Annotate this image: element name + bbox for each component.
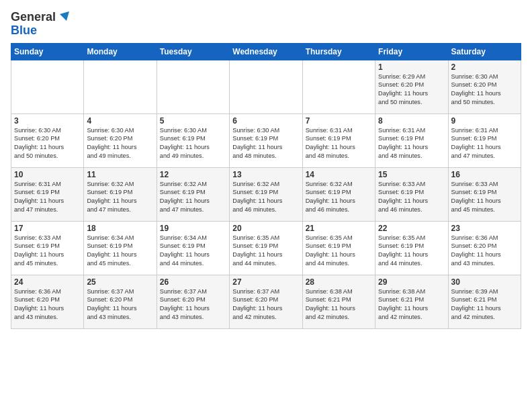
calendar-day-7: 7Sunrise: 6:31 AM Sunset: 6:19 PM Daylig… <box>302 113 375 167</box>
calendar-empty-cell <box>157 60 229 113</box>
day-info: Sunrise: 6:31 AM Sunset: 6:19 PM Dayligh… <box>378 126 445 161</box>
day-info: Sunrise: 6:29 AM Sunset: 6:20 PM Dayligh… <box>378 73 445 107</box>
day-info: Sunrise: 6:38 AM Sunset: 6:21 PM Dayligh… <box>378 287 445 322</box>
weekday-header-wednesday: Wednesday <box>230 43 302 60</box>
day-number: 2 <box>451 62 518 72</box>
day-info: Sunrise: 6:30 AM Sunset: 6:20 PM Dayligh… <box>87 126 153 161</box>
calendar-day-5: 5Sunrise: 6:30 AM Sunset: 6:19 PM Daylig… <box>157 113 229 167</box>
day-number: 15 <box>378 170 445 179</box>
day-number: 28 <box>306 277 372 287</box>
day-info: Sunrise: 6:36 AM Sunset: 6:20 PM Dayligh… <box>14 287 81 322</box>
calendar-day-25: 25Sunrise: 6:37 AM Sunset: 6:20 PM Dayli… <box>84 275 157 328</box>
calendar-day-24: 24Sunrise: 6:36 AM Sunset: 6:20 PM Dayli… <box>11 275 84 328</box>
calendar-week-row: 17Sunrise: 6:33 AM Sunset: 6:19 PM Dayli… <box>11 221 521 275</box>
calendar-day-3: 3Sunrise: 6:30 AM Sunset: 6:20 PM Daylig… <box>11 113 84 167</box>
day-number: 17 <box>14 224 81 233</box>
day-info: Sunrise: 6:34 AM Sunset: 6:19 PM Dayligh… <box>87 234 153 269</box>
calendar-week-row: 24Sunrise: 6:36 AM Sunset: 6:20 PM Dayli… <box>11 275 521 328</box>
calendar-day-10: 10Sunrise: 6:31 AM Sunset: 6:19 PM Dayli… <box>11 167 84 221</box>
day-info: Sunrise: 6:31 AM Sunset: 6:19 PM Dayligh… <box>451 126 518 161</box>
calendar-table: SundayMondayTuesdayWednesdayThursdayFrid… <box>11 43 521 329</box>
day-number: 7 <box>306 116 372 126</box>
day-number: 6 <box>232 116 299 126</box>
day-number: 30 <box>451 277 518 287</box>
day-info: Sunrise: 6:38 AM Sunset: 6:21 PM Dayligh… <box>306 287 372 322</box>
calendar-day-4: 4Sunrise: 6:30 AM Sunset: 6:20 PM Daylig… <box>84 113 157 167</box>
day-info: Sunrise: 6:32 AM Sunset: 6:19 PM Dayligh… <box>87 180 153 215</box>
day-number: 8 <box>378 116 445 126</box>
svg-marker-0 <box>60 11 69 21</box>
day-info: Sunrise: 6:37 AM Sunset: 6:20 PM Dayligh… <box>232 287 299 322</box>
page-container: General Blue SundayMondayTuesdayWednesda… <box>0 0 532 334</box>
day-info: Sunrise: 6:35 AM Sunset: 6:19 PM Dayligh… <box>306 234 372 269</box>
day-number: 20 <box>232 224 299 233</box>
page-header: General Blue <box>11 11 521 38</box>
calendar-empty-cell <box>84 60 157 113</box>
day-number: 11 <box>87 170 153 179</box>
calendar-day-21: 21Sunrise: 6:35 AM Sunset: 6:19 PM Dayli… <box>302 221 375 275</box>
day-info: Sunrise: 6:37 AM Sunset: 6:20 PM Dayligh… <box>160 287 226 322</box>
day-number: 27 <box>232 277 299 287</box>
day-number: 29 <box>378 277 445 287</box>
calendar-day-17: 17Sunrise: 6:33 AM Sunset: 6:19 PM Dayli… <box>11 221 84 275</box>
day-info: Sunrise: 6:30 AM Sunset: 6:20 PM Dayligh… <box>451 73 518 107</box>
day-number: 10 <box>14 170 81 179</box>
calendar-day-8: 8Sunrise: 6:31 AM Sunset: 6:19 PM Daylig… <box>375 113 448 167</box>
day-number: 1 <box>378 62 445 72</box>
day-info: Sunrise: 6:35 AM Sunset: 6:19 PM Dayligh… <box>378 234 445 269</box>
day-info: Sunrise: 6:37 AM Sunset: 6:20 PM Dayligh… <box>87 287 153 322</box>
calendar-day-1: 1Sunrise: 6:29 AM Sunset: 6:20 PM Daylig… <box>375 60 448 113</box>
day-info: Sunrise: 6:32 AM Sunset: 6:19 PM Dayligh… <box>232 180 299 215</box>
calendar-day-27: 27Sunrise: 6:37 AM Sunset: 6:20 PM Dayli… <box>230 275 302 328</box>
calendar-week-row: 1Sunrise: 6:29 AM Sunset: 6:20 PM Daylig… <box>11 60 521 113</box>
day-info: Sunrise: 6:32 AM Sunset: 6:19 PM Dayligh… <box>160 180 226 215</box>
calendar-day-28: 28Sunrise: 6:38 AM Sunset: 6:21 PM Dayli… <box>302 275 375 328</box>
day-info: Sunrise: 6:30 AM Sunset: 6:20 PM Dayligh… <box>14 126 81 161</box>
weekday-header-friday: Friday <box>375 43 448 60</box>
calendar-week-row: 3Sunrise: 6:30 AM Sunset: 6:20 PM Daylig… <box>11 113 521 167</box>
weekday-header-sunday: Sunday <box>11 43 84 60</box>
calendar-day-9: 9Sunrise: 6:31 AM Sunset: 6:19 PM Daylig… <box>448 113 521 167</box>
calendar-day-29: 29Sunrise: 6:38 AM Sunset: 6:21 PM Dayli… <box>375 275 448 328</box>
calendar-day-18: 18Sunrise: 6:34 AM Sunset: 6:19 PM Dayli… <box>84 221 157 275</box>
day-number: 13 <box>232 170 299 179</box>
calendar-day-13: 13Sunrise: 6:32 AM Sunset: 6:19 PM Dayli… <box>230 167 302 221</box>
day-number: 21 <box>306 224 372 233</box>
calendar-day-26: 26Sunrise: 6:37 AM Sunset: 6:20 PM Dayli… <box>157 275 229 328</box>
day-info: Sunrise: 6:33 AM Sunset: 6:19 PM Dayligh… <box>14 234 81 269</box>
day-info: Sunrise: 6:36 AM Sunset: 6:20 PM Dayligh… <box>451 234 518 269</box>
day-number: 3 <box>14 116 81 126</box>
calendar-day-30: 30Sunrise: 6:39 AM Sunset: 6:21 PM Dayli… <box>448 275 521 328</box>
calendar-day-19: 19Sunrise: 6:34 AM Sunset: 6:19 PM Dayli… <box>157 221 229 275</box>
calendar-day-16: 16Sunrise: 6:33 AM Sunset: 6:19 PM Dayli… <box>448 167 521 221</box>
day-number: 4 <box>87 116 153 126</box>
day-number: 23 <box>451 224 518 233</box>
day-number: 26 <box>160 277 226 287</box>
day-number: 25 <box>87 277 153 287</box>
weekday-header-tuesday: Tuesday <box>157 43 229 60</box>
day-info: Sunrise: 6:33 AM Sunset: 6:19 PM Dayligh… <box>451 180 518 215</box>
weekday-header-monday: Monday <box>84 43 157 60</box>
calendar-day-23: 23Sunrise: 6:36 AM Sunset: 6:20 PM Dayli… <box>448 221 521 275</box>
day-number: 24 <box>14 277 81 287</box>
day-info: Sunrise: 6:32 AM Sunset: 6:19 PM Dayligh… <box>306 180 372 215</box>
weekday-header-saturday: Saturday <box>448 43 521 60</box>
calendar-week-row: 10Sunrise: 6:31 AM Sunset: 6:19 PM Dayli… <box>11 167 521 221</box>
calendar-day-14: 14Sunrise: 6:32 AM Sunset: 6:19 PM Dayli… <box>302 167 375 221</box>
calendar-empty-cell <box>230 60 302 113</box>
day-info: Sunrise: 6:30 AM Sunset: 6:19 PM Dayligh… <box>160 126 226 161</box>
calendar-day-11: 11Sunrise: 6:32 AM Sunset: 6:19 PM Dayli… <box>84 167 157 221</box>
calendar-day-12: 12Sunrise: 6:32 AM Sunset: 6:19 PM Dayli… <box>157 167 229 221</box>
day-number: 18 <box>87 224 153 233</box>
day-number: 19 <box>160 224 226 233</box>
calendar-empty-cell <box>11 60 84 113</box>
day-info: Sunrise: 6:33 AM Sunset: 6:19 PM Dayligh… <box>378 180 445 215</box>
day-info: Sunrise: 6:31 AM Sunset: 6:19 PM Dayligh… <box>14 180 81 215</box>
logo-blue: Blue <box>11 24 37 38</box>
calendar-day-15: 15Sunrise: 6:33 AM Sunset: 6:19 PM Dayli… <box>375 167 448 221</box>
weekday-header-thursday: Thursday <box>302 43 375 60</box>
day-info: Sunrise: 6:35 AM Sunset: 6:19 PM Dayligh… <box>232 234 299 269</box>
logo: General Blue <box>11 11 69 38</box>
calendar-day-2: 2Sunrise: 6:30 AM Sunset: 6:20 PM Daylig… <box>448 60 521 113</box>
logo-triangle-icon <box>57 11 69 24</box>
